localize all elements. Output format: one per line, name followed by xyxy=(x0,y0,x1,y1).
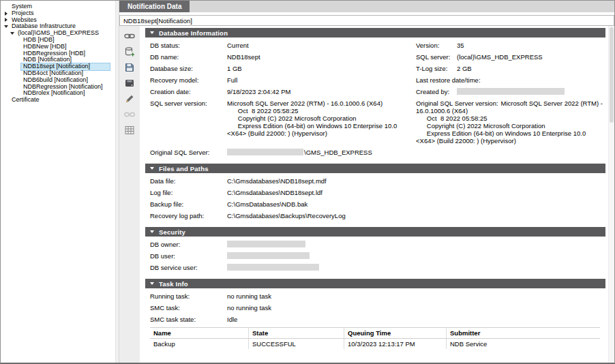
redacted-value xyxy=(227,149,303,155)
field-row: DB name:NDB18sept SQL server:(local)\GMS… xyxy=(145,49,605,61)
field-value: 2 GB xyxy=(457,65,472,72)
chevron-right-icon[interactable] xyxy=(3,12,10,16)
field-label: Version: xyxy=(416,42,457,49)
field-label: DB service user: xyxy=(150,264,227,271)
content-area: Database Information DB status:Current V… xyxy=(119,26,614,363)
task-table: Name State Queuing Time Submitter Backup… xyxy=(150,327,600,349)
collapse-arrow-icon xyxy=(150,230,154,233)
selected-node-field: NDB18sept[Notification] xyxy=(119,15,614,26)
field-value: Microsoft SQL Server 2022 (RTM) - 16.0.1… xyxy=(227,100,397,137)
redacted-value xyxy=(227,252,310,259)
field-row: DB user: xyxy=(145,248,605,260)
chevron-right-icon[interactable] xyxy=(3,18,10,22)
section-title: Database Information xyxy=(159,29,228,37)
save-icon xyxy=(124,62,135,73)
field-value: 35 xyxy=(457,42,464,49)
section-task-info: Task Info Running task:no running task S… xyxy=(145,279,605,349)
field-label: SQL server: xyxy=(416,53,457,61)
detail-sections: Database Information DB status:Current V… xyxy=(140,26,608,363)
navigation-tree: System Projects Websites Database Infras… xyxy=(1,1,115,363)
field-value: C:\GmsDatabases\NDB.bak xyxy=(227,200,308,208)
field-row: Data file:C:\Gmsdatabases\NDB18sept.mdf xyxy=(145,173,605,185)
field-label: DB name: xyxy=(150,53,227,61)
tree-item-certificate[interactable]: Certificate xyxy=(1,97,115,104)
field-label: Recovery model: xyxy=(150,76,227,84)
field-row: Recovery model:Full Last restore date/ti… xyxy=(145,72,605,84)
chevron-down-icon[interactable] xyxy=(9,32,16,35)
section-database-information: Database Information DB status:Current V… xyxy=(145,28,605,156)
field-row: Database size:1 GB T-Log size:2 GB xyxy=(145,61,605,72)
smc-window: System Projects Websites Database Infras… xyxy=(0,0,615,364)
field-value: \GMS_HDB_EXPRESS xyxy=(304,149,372,156)
unlink-database-button[interactable] xyxy=(122,108,137,121)
cell-submitter: NDB Service xyxy=(446,339,600,349)
field-value: Current xyxy=(227,42,249,49)
table-row[interactable]: Backup SUCCESSFUL 10/3/2023 12:13:17 PM … xyxy=(150,339,600,349)
section-title: Files and Paths xyxy=(159,165,209,172)
table-view-icon xyxy=(124,125,135,136)
section-title: Task Info xyxy=(159,280,188,288)
backup-database-icon xyxy=(124,78,135,89)
link-database-icon xyxy=(124,31,135,42)
field-label: Creation date: xyxy=(150,88,227,95)
redacted-value xyxy=(227,264,319,271)
field-value: 1 GB xyxy=(227,65,242,72)
field-value: Full xyxy=(227,76,237,84)
column-header-state[interactable]: State xyxy=(248,328,344,338)
backup-database-button[interactable] xyxy=(122,77,137,89)
section-header-security[interactable]: Security xyxy=(145,227,605,237)
field-label: DB status: xyxy=(150,42,227,49)
field-row: Original SQL Server:\GMS_HDB_EXPRESS xyxy=(145,145,605,156)
section-header-database-information[interactable]: Database Information xyxy=(145,28,605,37)
field-label: Original SQL Server: xyxy=(150,149,227,156)
new-database-button[interactable] xyxy=(122,46,137,58)
field-row: Running task:no running task xyxy=(145,288,605,300)
field-label: T-Log size: xyxy=(416,65,457,72)
field-label: SMC task state: xyxy=(150,316,227,323)
section-security: Security DB owner: DB user: DB service u… xyxy=(145,227,605,271)
field-value: Idle xyxy=(227,316,237,323)
redacted-value xyxy=(457,88,565,95)
field-label: Database size: xyxy=(150,65,227,72)
edit-button[interactable] xyxy=(122,93,137,105)
save-button[interactable] xyxy=(122,61,137,74)
collapse-arrow-icon xyxy=(150,282,154,285)
field-value: C:\Gmsdatabases\NDB18sept.ldf xyxy=(227,189,322,196)
section-files-and-paths: Files and Paths Data file:C:\Gmsdatabase… xyxy=(145,164,605,219)
field-label: Running task: xyxy=(150,292,227,300)
table-view-button[interactable] xyxy=(122,124,137,136)
column-header-queuing-time[interactable]: Queuing Time xyxy=(344,328,446,338)
scrollbar-thumb[interactable] xyxy=(610,27,614,123)
field-row: DB status:Current Version:35 xyxy=(145,37,605,49)
collapse-arrow-icon xyxy=(150,31,154,34)
chevron-down-icon[interactable] xyxy=(3,25,10,28)
field-row: Backup file:C:\GmsDatabases\NDB.bak xyxy=(145,196,605,208)
field-row: SQL server version:Microsoft SQL Server … xyxy=(145,95,605,145)
field-row: SMC task state:Idle xyxy=(145,312,605,323)
column-header-name[interactable]: Name xyxy=(150,328,248,338)
field-label: Created by: xyxy=(416,88,457,95)
field-value: NDB18sept xyxy=(227,53,260,61)
field-row: Recovery log path:C:\Gmsdatabases\Backup… xyxy=(145,208,605,219)
field-row: Creation date:9/18/2023 2:04:42 PM Creat… xyxy=(145,84,605,95)
field-label: DB user: xyxy=(150,252,227,260)
field-value: no running task xyxy=(227,292,271,300)
link-database-button[interactable] xyxy=(122,30,137,42)
collapse-arrow-icon xyxy=(150,167,154,170)
field-value: C:\Gmsdatabases\NDB18sept.mdf xyxy=(227,177,327,185)
field-row: SMC task:no running task xyxy=(145,300,605,312)
redacted-value xyxy=(227,241,305,247)
section-header-task-info[interactable]: Task Info xyxy=(145,279,605,288)
toolbar xyxy=(119,26,140,363)
tab-notification-data[interactable]: Notification Data xyxy=(119,1,190,12)
new-database-icon xyxy=(124,46,135,57)
column-header-submitter[interactable]: Submitter xyxy=(446,328,600,338)
field-label: SQL server version: xyxy=(150,100,227,107)
section-title: Security xyxy=(159,228,185,236)
field-row: DB service user: xyxy=(145,260,605,271)
edit-icon xyxy=(124,93,135,104)
section-header-files-and-paths[interactable]: Files and Paths xyxy=(145,164,605,173)
field-label: Original SQL Server version: xyxy=(416,100,501,107)
tree-item-local-gms-hdb-express[interactable]: (local)\GMS_HDB_EXPRESS xyxy=(1,30,115,37)
unlink-database-icon xyxy=(124,109,135,120)
